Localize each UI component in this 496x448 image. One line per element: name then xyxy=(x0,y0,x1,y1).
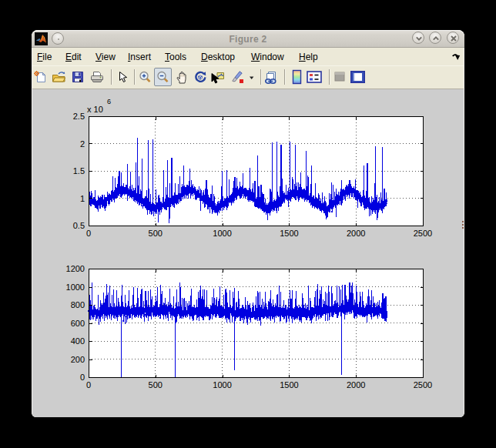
svg-text:2: 2 xyxy=(80,139,85,149)
svg-text:600: 600 xyxy=(71,319,85,328)
svg-text:2500: 2500 xyxy=(414,380,432,389)
svg-text:1500: 1500 xyxy=(280,229,298,238)
svg-text:1000: 1000 xyxy=(213,380,231,389)
svg-text:1000: 1000 xyxy=(213,229,231,238)
svg-text:1.5: 1.5 xyxy=(73,166,85,176)
svg-text:500: 500 xyxy=(149,229,163,238)
svg-text:2.5: 2.5 xyxy=(73,112,85,121)
svg-text:200: 200 xyxy=(71,355,85,364)
svg-text:1200: 1200 xyxy=(66,264,85,273)
svg-text:500: 500 xyxy=(149,380,163,389)
svg-text:2000: 2000 xyxy=(347,229,365,238)
svg-text:400: 400 xyxy=(71,336,85,346)
svg-text:1000: 1000 xyxy=(66,283,85,292)
svg-text:1: 1 xyxy=(80,194,85,203)
svg-text:6: 6 xyxy=(107,98,111,105)
svg-text:x 10: x 10 xyxy=(87,105,103,114)
svg-text:0: 0 xyxy=(86,229,91,238)
svg-text:2500: 2500 xyxy=(414,229,432,238)
svg-text:0.5: 0.5 xyxy=(73,221,85,230)
svg-text:0: 0 xyxy=(86,380,91,389)
svg-text:2000: 2000 xyxy=(347,380,365,389)
svg-text:1500: 1500 xyxy=(280,380,298,389)
svg-text:0: 0 xyxy=(80,373,85,382)
svg-text:800: 800 xyxy=(71,300,85,309)
